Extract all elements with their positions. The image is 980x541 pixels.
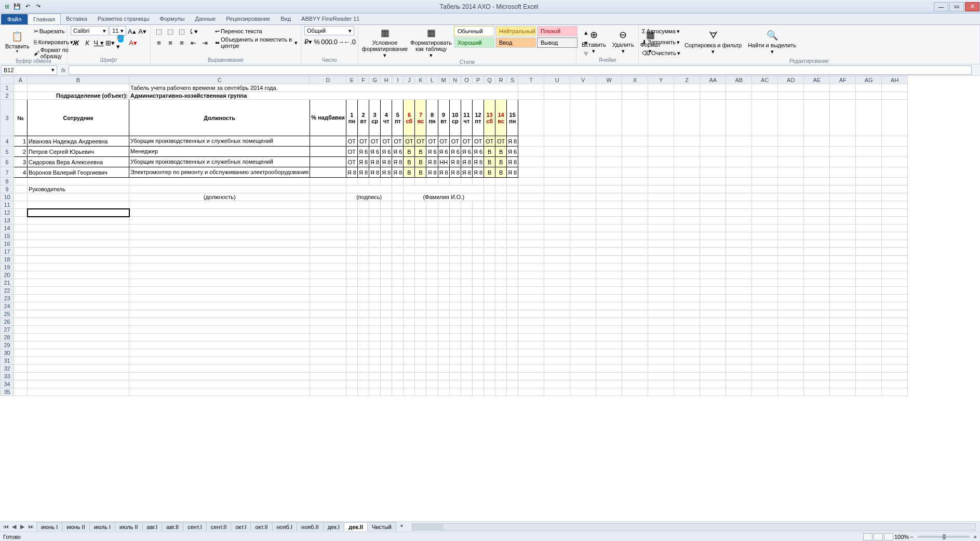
find-select-button[interactable]: 🔍Найти и выделить▾	[746, 26, 798, 58]
sheet-tab[interactable]: июль II	[115, 522, 142, 531]
row-header[interactable]: 35	[1, 388, 14, 396]
col-header[interactable]: L	[426, 76, 438, 84]
ribbon-tab-7[interactable]: ABBYY FineReader 11	[296, 14, 365, 24]
col-header[interactable]: S	[507, 76, 518, 84]
zoom-out-icon[interactable]: −	[910, 534, 913, 540]
row-header[interactable]: 34	[1, 380, 14, 388]
sheet-tab[interactable]: Чистый	[367, 522, 396, 531]
indent-inc-icon[interactable]: ⇥	[199, 37, 210, 48]
fx-icon[interactable]: fx	[58, 67, 69, 73]
row-header[interactable]: 28	[1, 334, 14, 341]
col-header[interactable]: F	[357, 76, 369, 84]
redo-icon[interactable]: ↷	[33, 2, 43, 11]
zoom-slider[interactable]	[918, 536, 970, 538]
sheet-tab[interactable]: окт.I	[231, 522, 251, 531]
row-header[interactable]: 4	[1, 136, 14, 147]
sheet-tab[interactable]: июнь I	[36, 522, 62, 531]
dec-decimal-icon[interactable]: ←.0	[344, 36, 355, 47]
col-header[interactable]: AC	[752, 76, 778, 84]
select-all[interactable]	[1, 76, 14, 84]
row-header[interactable]: 22	[1, 287, 14, 295]
underline-icon[interactable]: Ч ▾	[93, 37, 104, 48]
row-header[interactable]: 7	[1, 167, 14, 178]
ribbon-tab-2[interactable]: Разметка страницы	[92, 14, 155, 24]
orientation-icon[interactable]: ⤹▾	[188, 26, 198, 36]
ribbon-tab-1[interactable]: Вставка	[61, 14, 92, 24]
row-header[interactable]: 13	[1, 217, 14, 225]
formula-input[interactable]	[69, 65, 972, 75]
view-pagebreak-icon[interactable]	[884, 533, 893, 540]
worksheet-grid[interactable]: ABCDEFGHIJKLMNOPQRSTUVWXYZAAABACADAEAFAG…	[0, 76, 980, 521]
clear-button[interactable]: ⌫ Очистить ▾	[642, 48, 680, 58]
sheet-tab[interactable]: нояб.II	[297, 522, 324, 531]
col-header[interactable]: AD	[778, 76, 804, 84]
row-header[interactable]: 3	[1, 100, 14, 136]
view-normal-icon[interactable]	[863, 533, 872, 540]
sheet-tab[interactable]: сент.I	[183, 522, 207, 531]
row-header[interactable]: 17	[1, 248, 14, 256]
row-header[interactable]: 27	[1, 326, 14, 334]
sheet-tab[interactable]: окт.II	[250, 522, 272, 531]
fill-color-icon[interactable]: 🪣▾	[116, 37, 127, 48]
indent-dec-icon[interactable]: ⇤	[188, 37, 198, 48]
sheet-tab[interactable]: нояб.I	[272, 522, 298, 531]
row-header[interactable]: 21	[1, 279, 14, 287]
sheet-tab[interactable]: сент.II	[206, 522, 232, 531]
col-header[interactable]: U	[544, 76, 570, 84]
shrink-font-icon[interactable]: A▾	[138, 26, 147, 36]
name-box[interactable]: B12▾	[1, 65, 57, 75]
bold-icon[interactable]: Ж	[71, 37, 81, 48]
col-header[interactable]: AH	[882, 76, 908, 84]
row-header[interactable]: 20	[1, 271, 14, 279]
ribbon-tab-6[interactable]: Вид	[275, 14, 296, 24]
style-bad[interactable]: Плохой	[537, 26, 578, 36]
row-header[interactable]: 12	[1, 209, 14, 217]
row-header[interactable]: 10	[1, 193, 14, 201]
col-header[interactable]: G	[369, 76, 381, 84]
col-header[interactable]: AE	[804, 76, 830, 84]
style-normal[interactable]: Обычный	[454, 26, 494, 36]
col-header[interactable]: Q	[484, 76, 495, 84]
row-header[interactable]: 8	[1, 178, 14, 186]
font-color-icon[interactable]: A▾	[128, 37, 138, 48]
sheet-tab[interactable]: авг.I	[142, 522, 163, 531]
col-header[interactable]: P	[472, 76, 484, 84]
col-header[interactable]: E	[346, 76, 357, 84]
inc-decimal-icon[interactable]: .0→	[333, 36, 343, 47]
col-header[interactable]: W	[596, 76, 622, 84]
row-header[interactable]: 30	[1, 349, 14, 357]
tab-nav-first-icon[interactable]: ⏮	[2, 523, 9, 530]
col-header[interactable]: M	[438, 76, 449, 84]
align-right-icon[interactable]: ≡	[177, 37, 187, 48]
font-size-select[interactable]: 11▾	[110, 26, 126, 35]
paste-button[interactable]: 📋Вставить▾	[3, 26, 32, 58]
style-good[interactable]: Хороший	[454, 37, 494, 48]
col-header[interactable]: J	[404, 76, 415, 84]
col-header[interactable]: H	[381, 76, 392, 84]
ribbon-tab-0[interactable]: Главная	[28, 14, 61, 24]
close-button[interactable]: ✕	[965, 2, 979, 11]
row-header[interactable]: 18	[1, 256, 14, 263]
font-name-select[interactable]: Calibri▾	[71, 26, 109, 35]
minimize-button[interactable]: —	[934, 2, 948, 11]
merge-center-button[interactable]: ⬌ Объединить и поместить в центре ▾	[215, 37, 298, 48]
align-center-icon[interactable]: ≡	[165, 37, 176, 48]
insert-cells-button[interactable]: ⊕Вставить▾	[580, 26, 608, 57]
row-header[interactable]: 2	[1, 92, 14, 100]
row-header[interactable]: 16	[1, 240, 14, 248]
row-header[interactable]: 19	[1, 263, 14, 271]
sheet-tab[interactable]: дек.II	[344, 522, 368, 531]
horizontal-scrollbar[interactable]	[412, 523, 976, 531]
number-format-select[interactable]: Общий▾	[304, 26, 354, 35]
style-neutral[interactable]: Нейтральный	[495, 26, 536, 36]
sheet-tab[interactable]: июль I	[89, 522, 115, 531]
col-header[interactable]: AF	[830, 76, 856, 84]
tab-nav-prev-icon[interactable]: ◀	[10, 523, 18, 530]
col-header[interactable]: AG	[856, 76, 882, 84]
zoom-in-icon[interactable]: +	[974, 534, 977, 540]
align-bottom-icon[interactable]: ⬚	[177, 26, 187, 36]
style-input[interactable]: Ввод	[495, 37, 536, 48]
col-header[interactable]: A	[14, 76, 28, 84]
col-header[interactable]: Y	[648, 76, 674, 84]
row-header[interactable]: 5	[1, 147, 14, 157]
